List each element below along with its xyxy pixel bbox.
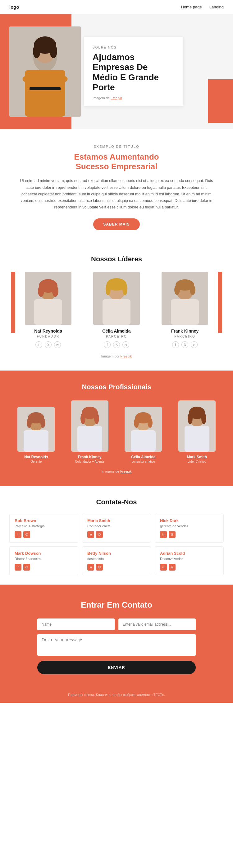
leaders-grid: Nat Reynolds FUNDADOR f 𝕏 ◎ Célia Almeid bbox=[9, 272, 224, 348]
prof-card-0: Nat Reynolds Gerente bbox=[9, 400, 63, 463]
leader-photo-2 bbox=[162, 272, 208, 325]
contact-social-4: in @ bbox=[87, 564, 146, 570]
instagram-icon[interactable]: ◎ bbox=[54, 341, 61, 348]
navigation: logo Home page Landing bbox=[0, 0, 233, 14]
professionals-section: Nossos Profissionais Nat Reynolds Gerent… bbox=[0, 371, 233, 486]
hero-content: SOBRE NÓS Ajudamos Empresas De Médio E G… bbox=[84, 37, 183, 106]
section-eyebrow: EXEMPLO DE TÍTULO bbox=[19, 145, 214, 148]
contact-name-5: Adrian Scold bbox=[160, 551, 219, 556]
contact-name-2: Nick Dark bbox=[160, 518, 219, 523]
svg-point-50 bbox=[188, 413, 193, 424]
about-section: EXEMPLO DE TÍTULO Estamos Aumentando Suc… bbox=[0, 129, 233, 230]
leaders-credit: Imagem por Freepik bbox=[9, 354, 224, 358]
facebook-icon[interactable]: f bbox=[104, 341, 110, 348]
contact-name-1: Maria Smith bbox=[87, 518, 146, 523]
svg-rect-12 bbox=[34, 299, 62, 325]
svg-point-6 bbox=[50, 44, 57, 58]
svg-rect-42 bbox=[131, 430, 156, 452]
contact-title: Contate-Nos bbox=[9, 498, 224, 506]
leader-name-1: Célia Almeida bbox=[86, 329, 147, 334]
contact-card-4: Betty Nilson desenhista in @ bbox=[82, 546, 151, 575]
contact-role-0: Parceiro, Estratégia bbox=[14, 524, 73, 528]
facebook-icon[interactable]: f bbox=[172, 341, 179, 348]
mail-icon[interactable]: @ bbox=[23, 531, 30, 538]
form-section: Entrar Em Contato ENVIAR bbox=[0, 585, 233, 690]
leader-photo-1 bbox=[93, 272, 140, 325]
twitter-icon[interactable]: 𝕏 bbox=[181, 341, 188, 348]
linkedin-icon[interactable]: in bbox=[160, 531, 167, 538]
mail-icon[interactable]: @ bbox=[96, 564, 103, 570]
leaders-title: Nossos Líderes bbox=[9, 255, 224, 263]
hero-credit-text: Imagem de bbox=[93, 96, 110, 100]
leader-card-2: Frank Kinney PARCEIRO f 𝕏 ◎ bbox=[151, 272, 219, 348]
contact-card-3: Mark Dowson Diretor financeiro in @ bbox=[9, 546, 78, 575]
professionals-credit-link[interactable]: Freepik bbox=[120, 469, 132, 473]
mail-icon[interactable]: @ bbox=[96, 531, 103, 538]
contact-name-4: Betty Nilson bbox=[87, 551, 146, 556]
leader-name-0: Nat Reynolds bbox=[17, 329, 79, 334]
svg-point-44 bbox=[134, 418, 139, 428]
svg-point-20 bbox=[106, 283, 110, 295]
prof-card-1: Frank Kinney Cofundador + Agente bbox=[63, 400, 117, 463]
contact-name-0: Bob Brown bbox=[14, 518, 73, 523]
leader-photo-0 bbox=[25, 272, 71, 325]
prof-role-3: Líder Criativo bbox=[173, 460, 222, 463]
contact-social-5: in @ bbox=[160, 564, 219, 570]
contact-role-5: Desenvolvedor bbox=[160, 557, 219, 561]
svg-point-26 bbox=[174, 285, 180, 295]
leaders-credit-link[interactable]: Freepik bbox=[121, 354, 132, 358]
contact-grid: Bob Brown Parceiro, Estratégia in @ Mari… bbox=[9, 514, 224, 575]
svg-point-51 bbox=[201, 413, 206, 424]
name-input[interactable] bbox=[37, 619, 114, 630]
form-row-1 bbox=[37, 619, 196, 630]
twitter-icon[interactable]: 𝕏 bbox=[45, 341, 52, 348]
section-body: Ut enim ad minim veniam, quis nostrud ex… bbox=[0, 178, 233, 211]
message-input[interactable] bbox=[37, 634, 196, 656]
leader-role-1: PARCEIRO bbox=[86, 335, 147, 338]
facebook-icon[interactable]: f bbox=[35, 341, 42, 348]
svg-point-45 bbox=[147, 418, 153, 428]
mail-icon[interactable]: @ bbox=[169, 531, 175, 538]
leader-card-1: Célia Almeida PARCEIRO f 𝕏 ◎ bbox=[82, 272, 151, 348]
section-heading: Estamos Aumentando Sucesso Empresarial bbox=[19, 152, 214, 172]
mail-icon[interactable]: @ bbox=[23, 564, 30, 570]
nav-landing[interactable]: Landing bbox=[209, 5, 224, 9]
hero-image-wrap bbox=[9, 26, 90, 117]
svg-rect-36 bbox=[77, 426, 102, 452]
email-input[interactable] bbox=[119, 619, 196, 630]
contact-social-0: in @ bbox=[14, 531, 73, 538]
contact-card-1: Maria Smith Contador chefe in @ bbox=[82, 514, 151, 542]
contact-section: Contate-Nos Bob Brown Parceiro, Estratég… bbox=[0, 486, 233, 585]
prof-name-3: Mark Smith bbox=[173, 455, 222, 459]
linkedin-icon[interactable]: in bbox=[14, 564, 22, 570]
prof-photo-3 bbox=[178, 400, 215, 452]
nav-home[interactable]: Home page bbox=[181, 5, 202, 9]
section-heading-line2: Sucesso Empresarial bbox=[75, 162, 157, 171]
contact-role-4: desenhista bbox=[87, 557, 146, 561]
prof-name-0: Nat Reynolds bbox=[12, 455, 61, 459]
footer-note: Примеры текста. Кликните, чтобы выбрать … bbox=[0, 690, 233, 703]
linkedin-icon[interactable]: in bbox=[14, 531, 22, 538]
contact-social-1: in @ bbox=[87, 531, 146, 538]
linkedin-icon[interactable]: in bbox=[87, 564, 94, 570]
linkedin-icon[interactable]: in bbox=[87, 531, 94, 538]
instagram-icon[interactable]: ◎ bbox=[191, 341, 198, 348]
linkedin-icon[interactable]: in bbox=[160, 564, 167, 570]
svg-point-33 bbox=[40, 418, 45, 428]
hero-credit: Imagem de Freepik bbox=[93, 96, 175, 100]
contact-social-3: in @ bbox=[14, 564, 73, 570]
instagram-icon[interactable]: ◎ bbox=[123, 341, 129, 348]
svg-point-21 bbox=[123, 283, 127, 295]
hero-section: SOBRE NÓS Ajudamos Empresas De Médio E G… bbox=[0, 14, 233, 129]
section-heading-line1: Estamos Aumentando bbox=[74, 152, 159, 161]
mail-icon[interactable]: @ bbox=[169, 564, 175, 570]
hero-title: Ajudamos Empresas De Médio E Grande Port… bbox=[93, 52, 175, 92]
logo: logo bbox=[9, 4, 19, 10]
twitter-icon[interactable]: 𝕏 bbox=[113, 341, 120, 348]
svg-rect-24 bbox=[171, 299, 199, 325]
learn-more-button[interactable]: SABER MAIS bbox=[93, 218, 139, 230]
submit-button[interactable]: ENVIAR bbox=[37, 661, 196, 674]
contact-role-2: gerente de vendas bbox=[160, 524, 219, 528]
hero-credit-link[interactable]: Freepik bbox=[110, 96, 122, 100]
prof-role-0: Gerente bbox=[12, 460, 61, 463]
